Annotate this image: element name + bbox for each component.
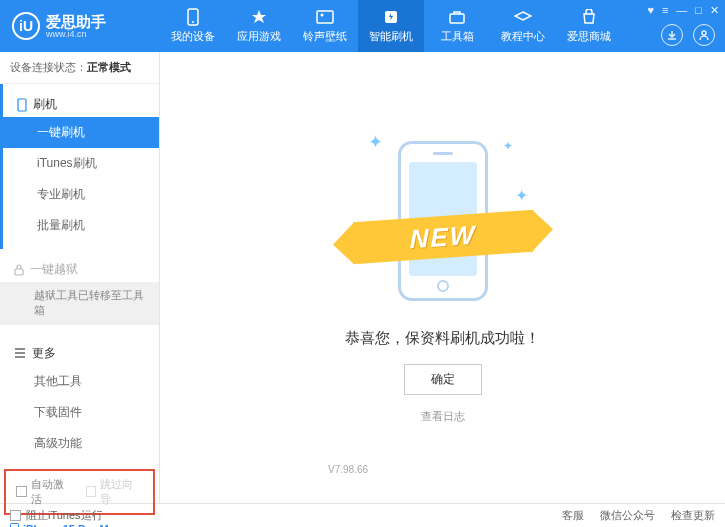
svg-rect-2 [317,11,333,23]
minimize-icon[interactable]: — [676,4,687,17]
footer-update-link[interactable]: 检查更新 [671,508,715,523]
toolbox-icon [448,8,466,26]
footer-wechat-link[interactable]: 微信公众号 [600,508,655,523]
settings-icon[interactable]: ≡ [662,4,668,17]
sidebar-item-batch-flash[interactable]: 批量刷机 [3,210,159,241]
svg-point-3 [321,14,324,17]
sidebar-item-advanced[interactable]: 高级功能 [0,428,159,459]
nav-tutorial[interactable]: 教程中心 [490,0,556,52]
sidebar: 设备连接状态：正常模式 刷机 一键刷机 iTunes刷机 专业刷机 批量刷机 一… [0,52,160,503]
sidebar-item-download-firmware[interactable]: 下载固件 [0,397,159,428]
new-ribbon: NEW [353,210,533,265]
sidebar-jailbreak-note: 越狱工具已转移至工具箱 [0,282,159,325]
sidebar-item-other-tools[interactable]: 其他工具 [0,366,159,397]
user-button[interactable] [693,24,715,46]
close-icon[interactable]: ✕ [710,4,719,17]
sidebar-item-oneclick-flash[interactable]: 一键刷机 [3,117,159,148]
sidebar-more-header[interactable]: 更多 [0,341,159,366]
nav-apps[interactable]: 应用游戏 [226,0,292,52]
app-url: www.i4.cn [46,29,106,39]
nav-ringtones[interactable]: 铃声壁纸 [292,0,358,52]
maximize-icon[interactable]: □ [695,4,702,17]
logo-icon: iU [12,12,40,40]
star-icon: ✦ [368,131,383,153]
list-icon [14,348,26,358]
sidebar-flash-header[interactable]: 刷机 [3,92,159,117]
nav-smart-flash[interactable]: 智能刷机 [358,0,424,52]
star-icon: ✦ [515,186,528,205]
device-name[interactable]: iPhone 15 Pro Max [10,523,149,527]
star-icon: ✦ [503,139,513,153]
phone-small-icon [17,98,27,112]
header-actions [661,24,715,46]
device-phone-icon [10,523,19,527]
svg-point-6 [702,31,706,35]
window-controls: ♥ ≡ — □ ✕ [647,4,719,17]
svg-rect-7 [18,99,26,111]
footer-support-link[interactable]: 客服 [562,508,584,523]
view-log-link[interactable]: 查看日志 [421,409,465,424]
main-nav: 我的设备 应用游戏 铃声壁纸 智能刷机 工具箱 教程中心 爱思商城 [160,0,622,52]
download-button[interactable] [661,24,683,46]
sidebar-item-pro-flash[interactable]: 专业刷机 [3,179,159,210]
store-icon [580,8,598,26]
skip-setup-checkbox[interactable]: 跳过向导 [86,477,144,507]
logo-area: iU 爱思助手 www.i4.cn [0,12,160,40]
ok-button[interactable]: 确定 [404,364,482,395]
svg-rect-9 [11,523,19,527]
lock-icon [14,264,24,276]
auto-activate-checkbox[interactable]: 自动激活 [16,477,74,507]
app-title: 爱思助手 [46,14,106,29]
menu-icon[interactable]: ♥ [647,4,654,17]
block-itunes-label: 阻止iTunes运行 [26,508,103,523]
svg-rect-8 [15,269,23,275]
nav-toolbox[interactable]: 工具箱 [424,0,490,52]
block-itunes-checkbox[interactable] [10,510,21,521]
nav-my-device[interactable]: 我的设备 [160,0,226,52]
svg-point-1 [192,21,194,23]
graduation-icon [514,8,532,26]
connection-status: 设备连接状态：正常模式 [0,52,159,84]
phone-icon [184,8,202,26]
image-icon [316,8,334,26]
app-icon [250,8,268,26]
flash-icon [382,8,400,26]
app-header: iU 爱思助手 www.i4.cn 我的设备 应用游戏 铃声壁纸 智能刷机 工具… [0,0,725,52]
success-message: 恭喜您，保资料刷机成功啦！ [345,329,540,348]
success-illustration: ✦ ✦ ✦ NEW [343,131,543,311]
svg-rect-5 [450,14,464,23]
main-content: ✦ ✦ ✦ NEW 恭喜您，保资料刷机成功啦！ 确定 查看日志 V7.98.66 [160,52,725,503]
sidebar-item-itunes-flash[interactable]: iTunes刷机 [3,148,159,179]
sidebar-jailbreak-header: 一键越狱 [0,257,159,282]
version-label: V7.98.66 [328,464,368,475]
nav-store[interactable]: 爱思商城 [556,0,622,52]
